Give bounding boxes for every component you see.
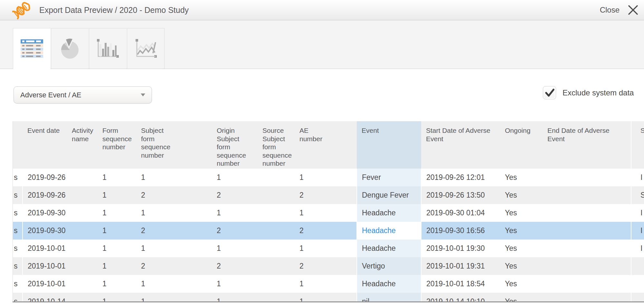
cell-start-date: 2019-09-30 16:56 xyxy=(421,222,500,240)
cell-ae-number: 1 xyxy=(295,169,357,186)
bar-chart-icon xyxy=(96,38,119,59)
cell-end-date xyxy=(543,275,631,293)
cell-form-seq: 1 xyxy=(98,169,136,186)
cell-origin-subject-form-seq: 2 xyxy=(212,186,258,204)
header-subject-form-sequence-number: Subject form sequence number xyxy=(136,121,212,169)
cell-event-date: 2019-10-01 xyxy=(23,257,67,275)
cell-origin-subject-form-seq: 2 xyxy=(212,257,258,275)
header-event: Event xyxy=(357,121,421,169)
cell-end-date xyxy=(543,204,631,222)
header-ongoing: Ongoing xyxy=(500,121,543,169)
cell-right-clip: S xyxy=(631,186,644,204)
cell-source-subject-form-seq xyxy=(258,257,295,275)
cell-source-subject-form-seq xyxy=(258,240,295,257)
table-header-row: Event date Activity name Form sequence n… xyxy=(13,121,644,169)
tab-table-preview[interactable] xyxy=(13,28,51,69)
cell-subject-form-seq: 1 xyxy=(136,204,212,222)
cell-subject-form-seq: 1 xyxy=(136,169,212,186)
cell-event-date: 2019-09-30 xyxy=(23,222,67,240)
cell-form-seq: 1 xyxy=(98,275,136,293)
cell-event-date: 2019-10-01 xyxy=(23,275,67,293)
table-row[interactable]: s2019-10-011111Headache2019-10-01 19:30Y… xyxy=(13,240,644,257)
cell-start-date: 2019-09-26 12:01 xyxy=(421,169,500,186)
cell-left-clip: s xyxy=(13,275,23,293)
form-selector-value: Adverse Event / AE xyxy=(20,91,81,99)
cell-left-clip: s xyxy=(13,240,23,257)
cell-right-clip: I xyxy=(631,204,644,222)
cell-ongoing: Yes xyxy=(500,240,543,257)
cell-activity-name xyxy=(67,222,98,240)
export-preview-table: Event date Activity name Form sequence n… xyxy=(13,121,644,304)
cell-subject-form-seq: 2 xyxy=(136,186,212,204)
cell-event-date: 2019-09-26 xyxy=(23,186,67,204)
close-label[interactable]: Close xyxy=(600,5,620,15)
viedoc-dna-logo-icon xyxy=(12,1,31,20)
dialog-header: Export Data Preview / 2020 - Demo Study … xyxy=(0,0,644,20)
close-button[interactable]: Close xyxy=(600,0,639,20)
cell-ongoing: Yes xyxy=(500,275,543,293)
cell-ae-number: 1 xyxy=(295,204,357,222)
cell-left-clip: s xyxy=(13,186,23,204)
tab-line-chart[interactable] xyxy=(127,28,165,69)
cell-origin-subject-form-seq: 1 xyxy=(212,204,258,222)
cell-activity-name xyxy=(67,240,98,257)
cell-form-seq: 1 xyxy=(98,257,136,275)
tab-bar-chart[interactable] xyxy=(89,28,127,69)
table-icon xyxy=(20,39,43,58)
cell-source-subject-form-seq xyxy=(258,275,295,293)
cell-ongoing: Yes xyxy=(500,186,543,204)
cell-activity-name xyxy=(67,204,98,222)
close-icon[interactable] xyxy=(627,4,639,16)
cell-right-clip xyxy=(631,257,644,275)
cell-event-date: 2019-10-01 xyxy=(23,240,67,257)
cell-start-date: 2019-10-01 18:54 xyxy=(421,275,500,293)
data-table-container: Event date Activity name Form sequence n… xyxy=(13,121,644,304)
table-row[interactable]: s2019-10-011222Vertigo2019-10-01 19:31Ye… xyxy=(13,257,644,275)
header-start-date-of-adverse-event: Start Date of Adverse Event xyxy=(421,121,500,169)
cell-subject-form-seq: 1 xyxy=(136,240,212,257)
cell-origin-subject-form-seq: 1 xyxy=(212,169,258,186)
cell-activity-name xyxy=(67,186,98,204)
cell-subject-form-seq: 2 xyxy=(136,257,212,275)
table-row[interactable]: s2019-09-301111Headache2019-09-30 01:04Y… xyxy=(13,204,644,222)
table-row[interactable]: s2019-10-011111Headache2019-10-01 18:54Y… xyxy=(13,275,644,293)
cell-start-date: 2019-09-30 01:04 xyxy=(421,204,500,222)
cell-start-date: 2019-09-26 13:50 xyxy=(421,186,500,204)
cell-event: Fever xyxy=(357,169,421,186)
header-origin-subject-form-sequence-number: Origin Subject form sequence number xyxy=(212,121,258,169)
header-form-sequence-number: Form sequence number xyxy=(98,121,136,169)
cell-ae-number: 1 xyxy=(295,275,357,293)
table-row[interactable]: s2019-09-261111Fever2019-09-26 12:01YesI xyxy=(13,169,644,186)
dialog-title: Export Data Preview / 2020 - Demo Study xyxy=(39,0,189,20)
cell-right-clip xyxy=(631,275,644,293)
cell-right-clip: I xyxy=(631,222,644,240)
exclude-system-data-label: Exclude system data xyxy=(563,86,634,99)
cell-event[interactable]: Headache xyxy=(357,222,421,240)
cell-left-clip: s xyxy=(13,204,23,222)
header-left-clipped xyxy=(13,121,23,169)
cell-form-seq: 1 xyxy=(98,240,136,257)
exclude-system-data-checkbox[interactable] xyxy=(543,86,556,99)
tab-pie-chart[interactable] xyxy=(51,28,89,69)
header-source-subject-form-sequence-number: Source Subject form sequence number xyxy=(258,121,295,169)
cell-source-subject-form-seq xyxy=(258,204,295,222)
table-row[interactable]: s2019-09-301222Headache2019-09-30 16:56Y… xyxy=(13,222,644,240)
cell-form-seq: 1 xyxy=(98,222,136,240)
header-ae-number: AE number xyxy=(295,121,357,169)
header-event-date: Event date xyxy=(23,121,67,169)
cell-form-seq: 1 xyxy=(98,186,136,204)
table-row[interactable]: s2019-09-261222Dengue Fever2019-09-26 13… xyxy=(13,186,644,204)
cell-origin-subject-form-seq: 1 xyxy=(212,275,258,293)
scrollbar-gutter xyxy=(13,302,644,304)
cell-left-clip: s xyxy=(13,222,23,240)
form-selector-dropdown[interactable]: Adverse Event / AE xyxy=(14,86,152,103)
cell-event: Headache xyxy=(357,240,421,257)
cell-subject-form-seq: 2 xyxy=(136,222,212,240)
cell-event: Vertigo xyxy=(357,257,421,275)
line-chart-icon xyxy=(134,38,157,59)
cell-origin-subject-form-seq: 2 xyxy=(212,222,258,240)
header-activity-name: Activity name xyxy=(67,121,98,169)
header-right-clipped: S xyxy=(631,121,644,169)
export-data-preview-dialog: Export Data Preview / 2020 - Demo Study … xyxy=(0,0,644,304)
cell-ae-number: 2 xyxy=(295,222,357,240)
